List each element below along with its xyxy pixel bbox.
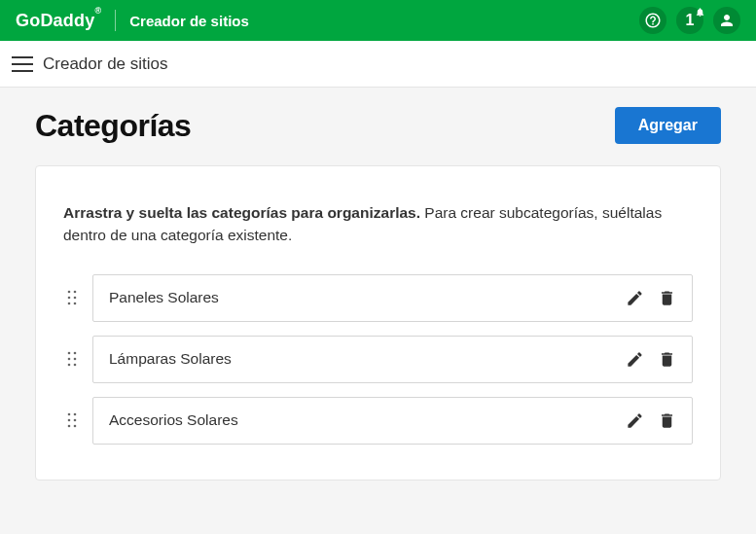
category-box[interactable]: Paneles Solares [92,274,693,322]
drag-handle[interactable] [63,274,81,322]
category-name: Lámparas Solares [109,350,626,368]
brand-logo[interactable]: GoDaddy® [16,11,101,31]
person-icon [718,12,736,29]
notifications-button[interactable]: 1 [676,7,703,34]
svg-point-12 [68,413,71,416]
svg-point-6 [68,352,71,355]
add-category-button[interactable]: Agregar [615,107,721,144]
edit-category-button[interactable] [626,289,644,307]
svg-point-14 [68,419,71,422]
category-box[interactable]: Lámparas Solares [92,336,693,383]
notification-count: 1 [686,12,695,29]
svg-point-3 [74,297,77,300]
instructions-text: Arrastra y suelta las categorías para or… [63,201,693,247]
drag-handle[interactable] [63,336,81,383]
bell-icon [695,4,705,21]
brand-divider [115,10,116,31]
svg-point-0 [68,291,71,294]
svg-point-10 [68,364,71,367]
category-box[interactable]: Accesorios Solares [92,397,693,445]
drag-handle[interactable] [63,397,81,445]
svg-point-15 [74,419,77,422]
top-navigation-bar: GoDaddy® Creador de sitios 1 [0,0,756,41]
svg-point-7 [74,352,77,355]
category-list: Paneles SolaresLámparas SolaresAccesorio… [63,274,693,445]
svg-point-11 [74,364,77,367]
menu-toggle-button[interactable] [12,56,33,72]
delete-category-button[interactable] [658,350,676,369]
svg-point-17 [74,425,77,428]
account-button[interactable] [713,7,740,34]
edit-category-button[interactable] [626,411,644,430]
instructions-bold: Arrastra y suelta las categorías para or… [63,204,420,221]
category-row: Lámparas Solares [63,336,693,383]
svg-point-8 [68,358,71,361]
category-row: Paneles Solares [63,274,693,322]
delete-category-button[interactable] [658,289,676,307]
question-icon [644,12,662,29]
category-row: Accesorios Solares [63,397,693,445]
svg-point-5 [74,303,77,305]
delete-category-button[interactable] [658,411,676,430]
subbar-title: Creador de sitios [43,54,168,74]
svg-point-2 [68,297,71,300]
svg-point-1 [74,291,77,294]
svg-point-16 [68,425,71,428]
svg-point-9 [74,358,77,361]
edit-category-button[interactable] [626,350,644,369]
brand-product-name[interactable]: Creador de sitios [129,13,249,29]
page-title: Categorías [35,108,191,144]
category-name: Paneles Solares [109,289,626,306]
svg-point-4 [68,303,71,305]
categories-card: Arrastra y suelta las categorías para or… [35,165,721,481]
sub-navigation-bar: Creador de sitios [0,41,756,88]
category-name: Accesorios Solares [109,411,626,429]
help-button[interactable] [639,7,666,34]
svg-point-13 [74,413,77,416]
